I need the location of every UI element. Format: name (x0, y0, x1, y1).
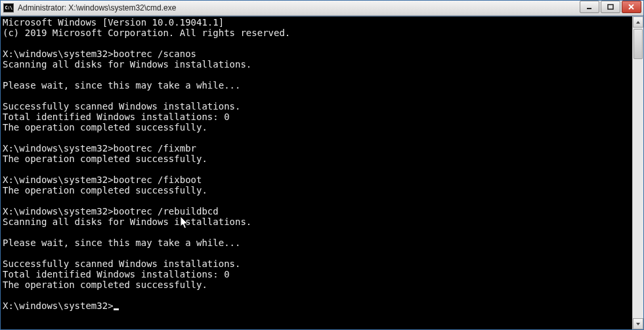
client-area: Microsoft Windows [Version 10.0.19041.1]… (1, 16, 643, 329)
cmd-2: bootrec /fixmbr (114, 143, 196, 154)
cmd-3: bootrec /fixboot (114, 175, 202, 185)
scroll-thumb[interactable] (633, 29, 643, 59)
prompt-1: X:\windows\system32> (3, 49, 114, 59)
maximize-button[interactable] (601, 1, 620, 13)
scroll-down-button[interactable] (633, 318, 643, 329)
titlebar[interactable]: C:\ Administrator: X:\windows\system32\c… (1, 1, 643, 16)
done-2: The operation completed successfully. (3, 154, 207, 164)
done-4c: The operation completed successfully. (3, 279, 207, 290)
scroll-track[interactable] (633, 28, 643, 318)
wait-msg-1: Please wait, since this may take a while… (3, 80, 240, 91)
wait-msg-2: Please wait, since this may take a while… (3, 237, 240, 248)
cmd-1: bootrec /scanos (114, 49, 196, 59)
prompt-3: X:\windows\system32> (3, 175, 114, 185)
scan-msg-2: Scanning all disks for Windows installat… (3, 217, 251, 227)
done-4b: Total identified Windows installations: … (3, 269, 230, 279)
cmd-4: bootrec /rebuildbcd (114, 206, 219, 217)
close-button[interactable] (622, 1, 641, 13)
prompt-4: X:\windows\system32> (3, 206, 114, 217)
banner-line-1: Microsoft Windows [Version 10.0.19041.1] (3, 17, 224, 28)
scan-msg-1: Scanning all disks for Windows installat… (3, 59, 251, 70)
cmd-window: C:\ Administrator: X:\windows\system32\c… (0, 0, 644, 330)
vertical-scrollbar[interactable] (632, 16, 643, 329)
done-3: The operation completed successfully. (3, 185, 207, 196)
console-output[interactable]: Microsoft Windows [Version 10.0.19041.1]… (1, 16, 632, 329)
prompt-2: X:\windows\system32> (3, 143, 114, 154)
prompt-5: X:\windows\system32> (3, 300, 114, 311)
svg-rect-1 (608, 5, 613, 9)
minimize-button[interactable] (580, 1, 599, 13)
window-title: Administrator: X:\windows\system32\cmd.e… (18, 3, 580, 12)
done-1b: Total identified Windows installations: … (3, 112, 230, 122)
done-1c: The operation completed successfully. (3, 122, 207, 133)
window-buttons (580, 1, 643, 15)
scroll-up-button[interactable] (633, 16, 643, 28)
text-cursor (114, 308, 119, 310)
banner-line-2: (c) 2019 Microsoft Corporation. All righ… (3, 28, 290, 38)
cmd-icon: C:\ (3, 3, 14, 12)
done-4a: Successfully scanned Windows installatio… (3, 258, 240, 269)
done-1a: Successfully scanned Windows installatio… (3, 101, 240, 112)
